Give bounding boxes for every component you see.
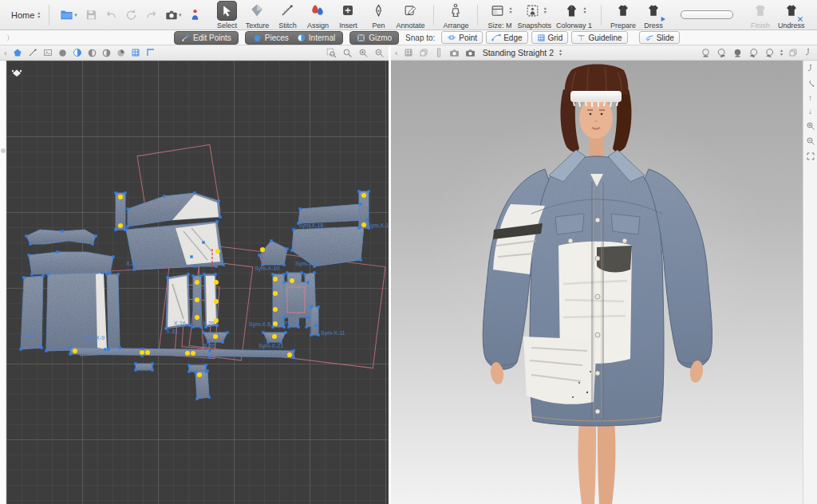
tool-annotate[interactable]: Annotate [396,1,424,30]
tool-colorway[interactable]: ▴▾ Colorway 1 [556,1,592,30]
scene-camera-icon[interactable] [465,48,476,58]
snap-guideline-button[interactable]: Guideline [571,31,627,44]
pose-stepper-icon[interactable]: ▴▾ [559,49,562,57]
pose-selector[interactable]: Standing Straight 2 [483,48,554,57]
gutter-handle[interactable] [1,148,6,153]
pieces-mode-icon[interactable] [13,48,22,57]
rotate-tool-icon[interactable] [803,77,817,91]
snap-slide-button[interactable]: Slide [639,31,680,44]
avatar-right-leg [598,419,615,504]
gizmo-button[interactable]: Gizmo [349,31,399,45]
view-back-icon[interactable] [732,48,743,58]
redo-button[interactable] [144,7,159,22]
avatar-hair-band [570,91,622,102]
divider [49,5,49,26]
internal-toggle[interactable]: Internal [297,33,335,42]
grid-toggle-icon[interactable] [131,48,140,57]
panel3d-toolbar: ‹ Standing Straight 2 ▴▾ ▴▾ [391,45,817,61]
render-camera-icon[interactable] [449,48,460,58]
open-file-button[interactable]: ▾ [58,6,79,23]
piece-label: Sym-X-5 [249,321,270,328]
zoom-region-icon[interactable] [326,48,337,58]
piece-label: Sym-X-18 [298,222,323,229]
tool-undress[interactable]: Undress [778,1,805,30]
home-menu[interactable]: Home ▴▾ [11,10,40,20]
texture-display-icon[interactable] [43,48,53,57]
hanger-tool-icon[interactable] [806,64,815,73]
snap-to-label: Snap to: [405,33,435,42]
shading-half-icon[interactable] [73,48,82,57]
save-button[interactable] [84,7,99,22]
tool-prepare[interactable]: Prepare [610,1,636,30]
grid3d-toggle-icon[interactable] [404,48,413,57]
tool-size[interactable]: ▴▾ Size: M [487,1,512,30]
zoom-out-icon[interactable] [374,48,385,58]
camera-snapshot-button[interactable]: ▾ [164,7,184,23]
tool-stitch[interactable]: Stitch [274,1,300,30]
shirt-icon [614,1,633,21]
pan-up-icon[interactable]: ↑ [808,94,812,102]
snap-edge-button[interactable]: Edge [486,31,527,44]
zoom-fit-icon[interactable] [342,48,353,58]
tool-assign[interactable]: Assign [305,1,330,30]
shading-left-icon[interactable] [88,49,97,57]
view-left-icon[interactable] [715,46,728,59]
collapse-right-icon[interactable]: ‹ [395,49,398,57]
size-window-icon [487,1,507,21]
snapshots-stepper-icon[interactable]: ▴▾ [544,6,547,14]
avatar-face [579,97,613,139]
edit-points-icon [181,33,190,42]
zoom-out-3d-icon[interactable] [806,136,815,146]
pieces-toggle[interactable]: Pieces [253,33,289,42]
rulers-toggle-icon[interactable] [146,48,156,57]
view-right-icon[interactable] [747,46,760,59]
hanger-icon[interactable] [803,48,813,57]
edit-points-button[interactable]: Edit Points [174,31,239,45]
view-front-icon[interactable] [701,48,711,58]
cursor-icon [217,1,237,21]
fit-view-icon[interactable] [806,152,815,161]
collapse-left-icon[interactable]: ‹ [4,49,7,57]
snap-point-button[interactable]: Point [441,31,483,44]
piece-label: Sym-X-14 [295,261,320,267]
shading-none-icon[interactable] [58,49,67,57]
view-rotate-icon[interactable] [764,46,776,58]
avatar-manager-button[interactable] [187,7,203,22]
toolbar-overflow-icon[interactable] [5,33,13,43]
shading-quarter-icon[interactable] [116,49,125,57]
tool-insert[interactable]: Insert [335,1,361,30]
tool-texture[interactable]: Texture [244,1,270,30]
main-toolbar: Home ▴▾ ▾ ▾ Select Texture Stitch Assign [0,0,817,30]
tool-finish[interactable]: Finish [748,1,773,30]
view-stepper-icon[interactable]: ▴▾ [780,49,783,57]
divider [433,5,434,26]
zoom-in-icon[interactable] [358,48,369,58]
tool-arrange[interactable]: Arrange [443,1,468,30]
display-mode-group: Pieces Internal [245,31,343,45]
avatar-left-leg [578,419,596,504]
shading-right-icon[interactable] [102,49,111,57]
layers-icon[interactable] [419,48,428,57]
tool-pen[interactable]: Pen [365,1,391,30]
measure-icon[interactable] [434,48,444,57]
zoom-in-3d-icon[interactable] [806,121,815,131]
colorway-stepper-icon[interactable]: ▴▾ [583,6,586,14]
jacket-pocket-right [611,214,640,234]
piece-label: X-55 [203,343,215,348]
tool-select[interactable]: Select [214,1,239,30]
avatar-canvas-3d[interactable] [391,61,803,504]
annotate-icon [401,1,420,21]
garment-icon [562,1,582,21]
pan-down-icon[interactable]: ↓ [808,108,812,116]
piece-label: X-35 [22,333,34,338]
undo-button[interactable] [104,7,119,22]
revert-button[interactable] [124,7,139,22]
stitch-display-icon[interactable] [28,48,37,57]
app-window: Home ▴▾ ▾ ▾ Select Texture Stitch Assign [0,0,817,504]
size-stepper-icon[interactable]: ▴▾ [509,6,511,14]
pattern-canvas-2d[interactable]: X-32 X-35 Sym-X-9 X-31 X-16 X-26 Sym-X-5… [6,61,389,504]
tool-snapshots[interactable]: ▴▾ Snapshots [517,1,551,30]
snap-grid-button[interactable]: Grid [531,31,569,44]
split-view-icon[interactable] [788,48,798,57]
tool-dress[interactable]: Dress [641,1,666,30]
